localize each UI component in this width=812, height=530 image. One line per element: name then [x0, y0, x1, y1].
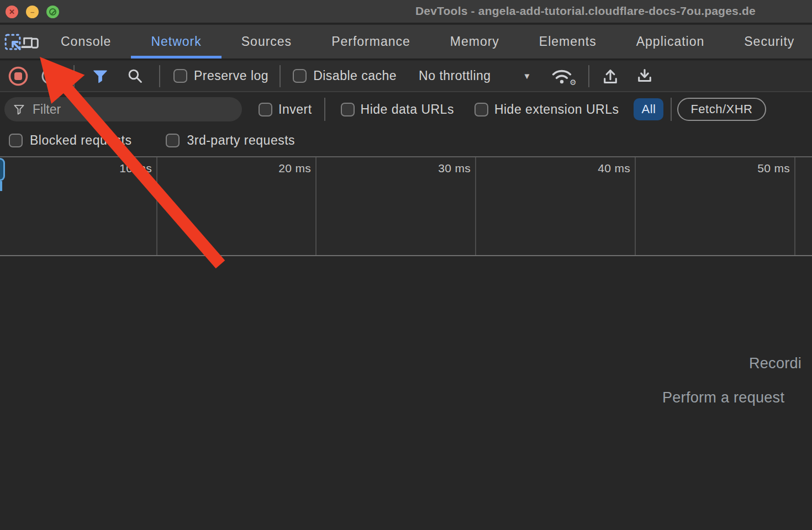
inspect-cursor-icon	[4, 34, 21, 50]
funnel-icon	[93, 68, 108, 83]
tab-network[interactable]: Network	[131, 25, 221, 59]
tab-memory[interactable]: Memory	[430, 25, 519, 59]
timeline-tick: 10 ms	[0, 157, 157, 255]
record-stop-icon	[8, 66, 29, 87]
zoom-disabled-icon	[49, 8, 56, 15]
disable-cache-label[interactable]: Disable cache	[313, 68, 397, 83]
inspect-element-button[interactable]	[4, 25, 21, 59]
overview-handle-tail	[0, 181, 2, 191]
preserve-log-checkbox[interactable]	[173, 69, 187, 83]
toolbar-separator	[159, 65, 160, 87]
tab-application[interactable]: Application	[616, 25, 725, 59]
hide-data-urls-label[interactable]: Hide data URLs	[361, 102, 454, 117]
timeline-stub	[795, 157, 812, 255]
filter-input-wrap	[4, 97, 242, 121]
import-har-button[interactable]	[602, 67, 619, 85]
filter-separator	[671, 98, 672, 121]
upload-icon	[602, 67, 619, 85]
search-button[interactable]	[128, 68, 143, 83]
filter-type-all-chip[interactable]: All	[634, 98, 663, 120]
devtools-window: ✕ – DevTools - angela-add-tutorial.cloud…	[0, 0, 812, 530]
timeline-tick: 20 ms	[157, 157, 317, 255]
preserve-log-label[interactable]: Preserve log	[194, 68, 268, 83]
invert-checkbox[interactable]	[259, 103, 272, 116]
minimize-window-button[interactable]: –	[26, 6, 39, 18]
timeline-tick: 50 ms	[636, 157, 795, 255]
requests-panel: Recordi Perform a request	[0, 257, 812, 530]
network-filterbar: Invert Hide data URLs Hide extension URL…	[0, 93, 812, 156]
toolbar-separator	[280, 65, 281, 87]
window-controls: ✕ –	[6, 6, 59, 18]
devtools-tabbar: Console Network Sources Performance Memo…	[0, 25, 812, 60]
toolbar-separator	[73, 65, 75, 87]
device-toolbar-icon	[21, 34, 39, 50]
clear-network-log-button[interactable]	[40, 67, 59, 86]
tab-sources[interactable]: Sources	[222, 25, 312, 59]
filter-row-1: Invert Hide data URLs Hide extension URL…	[0, 93, 812, 125]
device-toolbar-button[interactable]	[21, 25, 39, 59]
gear-icon: ⚙	[570, 78, 577, 87]
hide-extension-urls-label[interactable]: Hide extension URLs	[494, 102, 619, 117]
network-overview-timeline[interactable]: 10 ms 20 ms 30 ms 40 ms 50 ms	[0, 156, 812, 256]
search-icon	[128, 68, 143, 83]
third-party-requests-checkbox[interactable]	[166, 134, 180, 147]
tab-security[interactable]: Security	[724, 25, 812, 59]
timeline-tick: 30 ms	[317, 157, 476, 255]
network-conditions-button[interactable]: ⚙	[550, 67, 574, 85]
blocked-requests-label[interactable]: Blocked requests	[30, 133, 131, 148]
timeline-tick: 40 ms	[476, 157, 636, 255]
tab-performance[interactable]: Performance	[312, 25, 430, 59]
toolbar-separator	[588, 65, 589, 87]
tab-console[interactable]: Console	[41, 25, 131, 59]
perform-request-hint: Perform a request	[662, 389, 784, 406]
download-icon	[636, 67, 653, 85]
disable-cache-checkbox[interactable]	[293, 69, 307, 83]
filter-toggle-button[interactable]	[93, 68, 108, 83]
recording-status-text: Recordi	[749, 355, 802, 372]
export-har-button[interactable]	[636, 67, 653, 85]
blocked-requests-checkbox[interactable]	[9, 134, 23, 147]
hide-data-urls-checkbox[interactable]	[341, 103, 355, 116]
zoom-window-button[interactable]	[46, 6, 59, 18]
filter-type-fetch-xhr-chip[interactable]: Fetch/XHR	[677, 98, 766, 121]
close-window-button[interactable]: ✕	[6, 6, 18, 18]
titlebar: ✕ – DevTools - angela-add-tutorial.cloud…	[0, 0, 812, 24]
third-party-requests-label[interactable]: 3rd-party requests	[187, 133, 295, 148]
invert-label[interactable]: Invert	[278, 102, 312, 117]
filter-row-2: Blocked requests 3rd-party requests	[0, 125, 812, 156]
filter-input[interactable]	[33, 102, 233, 117]
tab-elements[interactable]: Elements	[519, 25, 616, 59]
funnel-outline-icon	[13, 104, 25, 115]
overview-drag-handle[interactable]	[0, 158, 5, 181]
clear-icon	[40, 67, 59, 86]
filter-separator	[324, 98, 325, 121]
throttling-caret-icon[interactable]: ▼	[523, 71, 531, 81]
hide-extension-urls-checkbox[interactable]	[474, 103, 488, 116]
record-network-log-button[interactable]	[8, 66, 29, 87]
throttling-select[interactable]: No throttling	[419, 68, 491, 83]
network-toolbar: Preserve log Disable cache No throttling…	[0, 61, 812, 92]
window-title: DevTools - angela-add-tutorial.cloudflar…	[415, 4, 812, 18]
